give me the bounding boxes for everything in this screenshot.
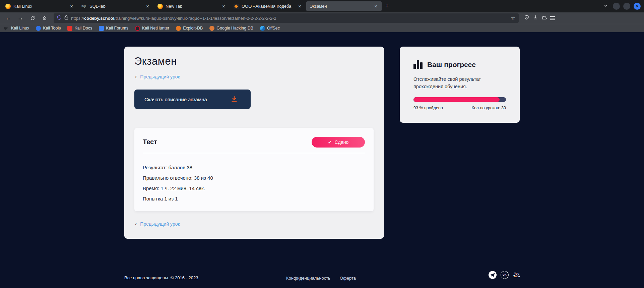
bookmark-label: Kali NetHunter bbox=[142, 26, 169, 31]
bookmark-offsec[interactable]: OffSec bbox=[260, 26, 280, 31]
result-time-line: Время: 1 ч. 22 мин. 14 сек. bbox=[143, 183, 213, 193]
vk-label: VK bbox=[503, 273, 507, 277]
progress-percent-label: 93 % пройдено bbox=[413, 106, 443, 110]
bookmark-label: Kali Tools bbox=[43, 26, 61, 31]
url-path: /training/view/kurs-laquo-osnovy-linux-r… bbox=[114, 16, 276, 21]
download-exam-description-button[interactable]: Скачать описание экзамна bbox=[134, 90, 251, 109]
offsec-icon bbox=[260, 26, 265, 31]
youtube-line2: Tube bbox=[513, 275, 520, 278]
menu-hamburger-icon[interactable] bbox=[550, 16, 555, 20]
telegram-icon[interactable] bbox=[488, 271, 497, 279]
tracking-protection-shield-icon[interactable] bbox=[57, 15, 62, 21]
google-hacking-db-icon bbox=[209, 26, 214, 31]
bookmark-label: OffSec bbox=[267, 26, 280, 31]
result-attempt-line: Попытка 1 из 1 bbox=[143, 193, 213, 204]
download-icon bbox=[231, 95, 238, 104]
url-text[interactable]: https://codeby.school/training/view/kurs… bbox=[71, 16, 508, 21]
tab-label: Kali Linux bbox=[13, 4, 66, 9]
bookmark-label: Kali Linux bbox=[11, 26, 29, 31]
bookmark-google-hacking-db[interactable]: Google Hacking DB bbox=[209, 26, 253, 31]
tab-label: Экзамен bbox=[310, 4, 371, 9]
footer-link-offer[interactable]: Оферта bbox=[340, 276, 356, 281]
tab-label: ООО «Академия Кодеба bbox=[242, 4, 295, 9]
progress-bar-fill bbox=[413, 97, 500, 102]
window-close-button[interactable]: × bbox=[634, 3, 641, 10]
tab-close-icon[interactable]: × bbox=[297, 3, 302, 9]
bookmark-label: Google Hacking DB bbox=[216, 26, 253, 31]
test-title: Тест bbox=[143, 138, 157, 146]
extensions-puzzle-icon[interactable] bbox=[541, 15, 547, 21]
previous-lesson-link-top[interactable]: ‹ Предыдущий урок bbox=[135, 74, 180, 80]
tab-label: SQL-lab bbox=[89, 4, 142, 9]
previous-lesson-link-bottom[interactable]: ‹ Предыдущий урок bbox=[135, 221, 180, 227]
bookmark-label: Kali Docs bbox=[74, 26, 92, 31]
new-tab-button[interactable]: + bbox=[382, 1, 392, 11]
tab-codeby-academy[interactable]: ООО «Академия Кодеба × bbox=[230, 1, 306, 11]
tab-kali-linux[interactable]: Kali Linux × bbox=[2, 1, 77, 11]
forward-button[interactable]: → bbox=[15, 13, 25, 23]
bookmark-label: Exploit-DB bbox=[183, 26, 203, 31]
bookmarks-toolbar: Kali Linux Kali Tools Kali Docs Kali For… bbox=[0, 24, 644, 32]
kali-tools-icon bbox=[36, 26, 41, 31]
download-button-label: Скачать описание экзамна bbox=[144, 97, 207, 102]
tab-bar: Kali Linux × SQL SQL-lab × New Tab × ООО… bbox=[0, 0, 644, 12]
footer-copyright: Все права защищены. © 2016 - 2023 bbox=[124, 275, 198, 280]
progress-description: Отслеживайте свой результат прохождения … bbox=[413, 76, 494, 91]
youtube-icon[interactable]: YouTube bbox=[512, 271, 521, 279]
window-minimize-button[interactable] bbox=[613, 3, 620, 10]
tab-close-icon[interactable]: × bbox=[145, 3, 150, 9]
tab-ekzamen-active[interactable]: Экзамен × bbox=[306, 1, 382, 11]
page-content: Экзамен ‹ Предыдущий урок Скачать описан… bbox=[0, 33, 644, 288]
tab-close-icon[interactable]: × bbox=[373, 3, 378, 9]
passed-status-badge: ✓ Сдано bbox=[312, 137, 365, 148]
lock-icon[interactable] bbox=[64, 15, 68, 21]
tab-new-tab[interactable]: New Tab × bbox=[154, 1, 230, 11]
window-maximize-button[interactable] bbox=[623, 3, 630, 10]
bookmark-kali-nethunter[interactable]: Kali NetHunter bbox=[135, 26, 169, 31]
footer-link-privacy[interactable]: Конфиденциальность bbox=[286, 276, 330, 281]
result-score-line: Результат: баллов 38 bbox=[143, 162, 213, 173]
test-result-lines: Результат: баллов 38 Правильно отвечено:… bbox=[143, 162, 213, 204]
vk-icon[interactable]: VK bbox=[500, 271, 509, 279]
url-host: codeby.school bbox=[84, 16, 114, 21]
tab-close-icon[interactable]: × bbox=[69, 3, 74, 9]
previous-lesson-label[interactable]: Предыдущий урок bbox=[140, 221, 180, 227]
home-button[interactable] bbox=[40, 13, 50, 23]
kali-nethunter-icon bbox=[135, 26, 140, 31]
bookmark-kali-docs[interactable]: Kali Docs bbox=[67, 26, 92, 31]
kali-dragon-icon bbox=[4, 26, 9, 31]
progress-title: Ваш прогресс bbox=[427, 61, 476, 69]
progress-card: Ваш прогресс Отслеживайте свой результат… bbox=[400, 47, 520, 123]
kali-forums-icon bbox=[99, 26, 104, 31]
bookmark-star-icon[interactable]: ☆ bbox=[511, 15, 515, 21]
bookmark-kali-linux[interactable]: Kali Linux bbox=[4, 26, 29, 31]
check-icon: ✓ bbox=[328, 140, 332, 145]
reload-button[interactable] bbox=[27, 13, 38, 23]
tab-label: New Tab bbox=[166, 4, 218, 9]
bookmark-kali-tools[interactable]: Kali Tools bbox=[36, 26, 61, 31]
page-title: Экзамен bbox=[134, 55, 177, 67]
bar-chart-icon bbox=[413, 60, 423, 69]
previous-lesson-label[interactable]: Предыдущий урок bbox=[140, 74, 180, 79]
firefox-favicon-icon bbox=[157, 4, 163, 9]
tab-overflow-chevron-icon[interactable] bbox=[603, 3, 608, 9]
codeby-favicon-icon bbox=[234, 4, 239, 9]
progress-bar bbox=[413, 97, 506, 102]
bookmark-kali-forums[interactable]: Kali Forums bbox=[99, 26, 128, 31]
exploit-db-icon bbox=[176, 26, 181, 31]
chevron-left-icon: ‹ bbox=[135, 221, 137, 227]
protections-shield-check-icon[interactable] bbox=[524, 15, 529, 21]
bookmark-label: Kali Forums bbox=[106, 26, 128, 31]
url-scheme: https:// bbox=[71, 16, 84, 21]
lessons-count-label: Кол-во уроков: 30 bbox=[472, 106, 506, 110]
navigation-toolbar: ← → https://codeby.school/training/view/… bbox=[0, 12, 644, 24]
back-button[interactable]: ← bbox=[3, 13, 13, 23]
chevron-left-icon: ‹ bbox=[135, 74, 137, 80]
bookmark-exploit-db[interactable]: Exploit-DB bbox=[176, 26, 203, 31]
tab-close-icon[interactable]: × bbox=[221, 3, 226, 9]
url-bar[interactable]: https://codeby.school/training/view/kurs… bbox=[54, 13, 519, 23]
divider bbox=[143, 153, 365, 153]
sql-favicon-icon: SQL bbox=[81, 4, 87, 9]
tab-sql-lab[interactable]: SQL SQL-lab × bbox=[78, 1, 153, 11]
downloads-icon[interactable] bbox=[533, 15, 538, 21]
